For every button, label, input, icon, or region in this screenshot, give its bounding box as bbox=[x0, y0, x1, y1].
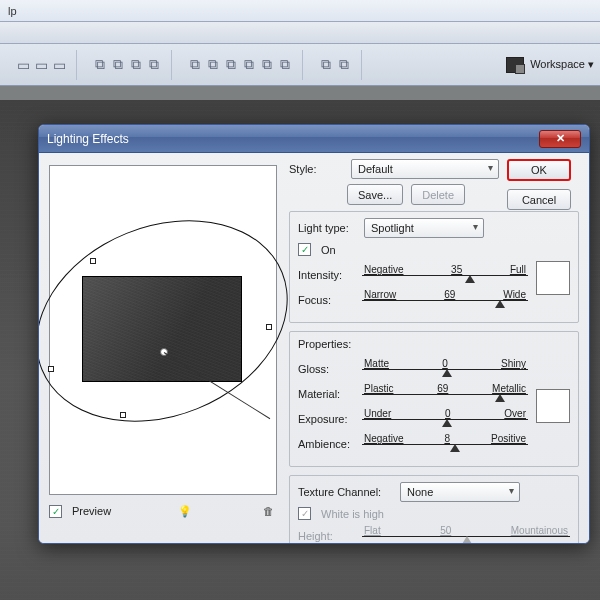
intensity-value: 35 bbox=[451, 264, 462, 275]
preview-pane[interactable] bbox=[49, 165, 277, 495]
style-value: Default bbox=[358, 163, 393, 175]
gloss-slider[interactable]: Matte 0 Shiny bbox=[362, 358, 528, 380]
ok-label: OK bbox=[531, 164, 547, 176]
ambience-label: Ambience: bbox=[298, 438, 356, 450]
ellipse-handle[interactable] bbox=[48, 366, 54, 372]
lightbulb-icon[interactable]: 💡 bbox=[176, 502, 194, 520]
focus-right: Wide bbox=[503, 289, 526, 300]
toolbar-group: ▭ ▭ ▭ bbox=[6, 50, 77, 80]
on-label: On bbox=[321, 244, 336, 256]
light-color-swatch[interactable] bbox=[536, 261, 570, 295]
light-section: Light type: Spotlight ✓ On Intensity: bbox=[289, 211, 579, 323]
preview-footer: ✓ Preview 💡 🗑 bbox=[49, 501, 277, 521]
delete-button: Delete bbox=[411, 184, 465, 205]
focus-value: 69 bbox=[444, 289, 455, 300]
distribute-icon[interactable]: ⧉ bbox=[240, 56, 258, 74]
menu-fragment: lp bbox=[8, 5, 17, 17]
material-label: Material: bbox=[298, 388, 356, 400]
gloss-label: Gloss: bbox=[298, 363, 356, 375]
texture-channel-label: Texture Channel: bbox=[298, 486, 394, 498]
options-bar bbox=[0, 22, 600, 44]
style-combo[interactable]: Default bbox=[351, 159, 499, 179]
style-label: Style: bbox=[289, 163, 345, 175]
height-slider: Flat 50 Mountainous bbox=[362, 525, 570, 544]
white-high-label: White is high bbox=[321, 508, 384, 520]
save-button[interactable]: Save... bbox=[347, 184, 403, 205]
dialog-title: Lighting Effects bbox=[47, 132, 129, 146]
texture-section: Texture Channel: None ✓ White is high He… bbox=[289, 475, 579, 544]
lighting-effects-dialog: Lighting Effects ✕ ✓ Preview 💡 🗑 bbox=[38, 124, 590, 544]
texture-channel-combo[interactable]: None bbox=[400, 482, 520, 502]
distribute-icon[interactable]: ⧉ bbox=[145, 56, 163, 74]
distribute-icon[interactable]: ⧉ bbox=[335, 56, 353, 74]
distribute-icon[interactable]: ⧉ bbox=[186, 56, 204, 74]
focus-left: Narrow bbox=[364, 289, 396, 300]
toolbar-group: ⧉ ⧉ ⧉ ⧉ bbox=[83, 50, 172, 80]
preview-checkbox[interactable]: ✓ bbox=[49, 505, 62, 518]
white-high-checkbox: ✓ bbox=[298, 507, 311, 520]
distribute-icon[interactable]: ⧉ bbox=[109, 56, 127, 74]
close-icon: ✕ bbox=[556, 132, 565, 145]
ok-button[interactable]: OK bbox=[507, 159, 571, 181]
light-type-value: Spotlight bbox=[371, 222, 414, 234]
intensity-slider[interactable]: Negative 35 Full bbox=[362, 264, 528, 286]
exposure-label: Exposure: bbox=[298, 413, 356, 425]
intensity-label: Intensity: bbox=[298, 269, 356, 281]
focus-slider[interactable]: Narrow 69 Wide bbox=[362, 289, 528, 311]
properties-heading: Properties: bbox=[298, 338, 351, 350]
cancel-label: Cancel bbox=[522, 194, 556, 206]
light-ellipse[interactable] bbox=[38, 184, 318, 458]
light-type-combo[interactable]: Spotlight bbox=[364, 218, 484, 238]
align-icon[interactable]: ▭ bbox=[32, 56, 50, 74]
distribute-icon[interactable]: ⧉ bbox=[127, 56, 145, 74]
intensity-right: Full bbox=[510, 264, 526, 275]
cancel-button[interactable]: Cancel bbox=[507, 189, 571, 210]
preview-label: Preview bbox=[72, 505, 111, 517]
distribute-icon[interactable]: ⧉ bbox=[276, 56, 294, 74]
texture-channel-value: None bbox=[407, 486, 433, 498]
distribute-icon[interactable]: ⧉ bbox=[204, 56, 222, 74]
exposure-slider[interactable]: Under 0 Over bbox=[362, 408, 528, 430]
align-icon[interactable]: ▭ bbox=[50, 56, 68, 74]
material-slider[interactable]: Plastic 69 Metallic bbox=[362, 383, 528, 405]
menu-bar: lp bbox=[0, 0, 600, 22]
align-icon[interactable]: ▭ bbox=[14, 56, 32, 74]
ellipse-handle[interactable] bbox=[120, 412, 126, 418]
properties-section: Properties: Gloss: Matte 0 Shiny bbox=[289, 331, 579, 467]
distribute-icon[interactable]: ⧉ bbox=[317, 56, 335, 74]
trash-icon[interactable]: 🗑 bbox=[259, 502, 277, 520]
height-label: Height: bbox=[298, 530, 356, 542]
ellipse-handle[interactable] bbox=[90, 258, 96, 264]
toolbar-icons: ▭ ▭ ▭ ⧉ ⧉ ⧉ ⧉ ⧉ ⧉ ⧉ ⧉ ⧉ ⧉ ⧉ ⧉ Workspace … bbox=[0, 44, 600, 86]
save-label: Save... bbox=[358, 189, 392, 201]
toolbar-group: ⧉ ⧉ bbox=[309, 50, 362, 80]
ambience-slider[interactable]: Negative 8 Positive bbox=[362, 433, 528, 455]
close-button[interactable]: ✕ bbox=[539, 130, 581, 148]
light-type-label: Light type: bbox=[298, 222, 358, 234]
distribute-icon[interactable]: ⧉ bbox=[222, 56, 240, 74]
on-checkbox[interactable]: ✓ bbox=[298, 243, 311, 256]
toolbar-group: ⧉ ⧉ ⧉ ⧉ ⧉ ⧉ bbox=[178, 50, 303, 80]
intensity-left: Negative bbox=[364, 264, 403, 275]
distribute-icon[interactable]: ⧉ bbox=[91, 56, 109, 74]
bridge-icon[interactable] bbox=[506, 57, 524, 73]
ellipse-handle[interactable] bbox=[266, 324, 272, 330]
ambient-color-swatch[interactable] bbox=[536, 389, 570, 423]
focus-label: Focus: bbox=[298, 294, 356, 306]
distribute-icon[interactable]: ⧉ bbox=[258, 56, 276, 74]
dialog-titlebar[interactable]: Lighting Effects ✕ bbox=[39, 125, 589, 153]
workspace-dropdown[interactable]: Workspace ▾ bbox=[530, 58, 594, 71]
delete-label: Delete bbox=[422, 189, 454, 201]
